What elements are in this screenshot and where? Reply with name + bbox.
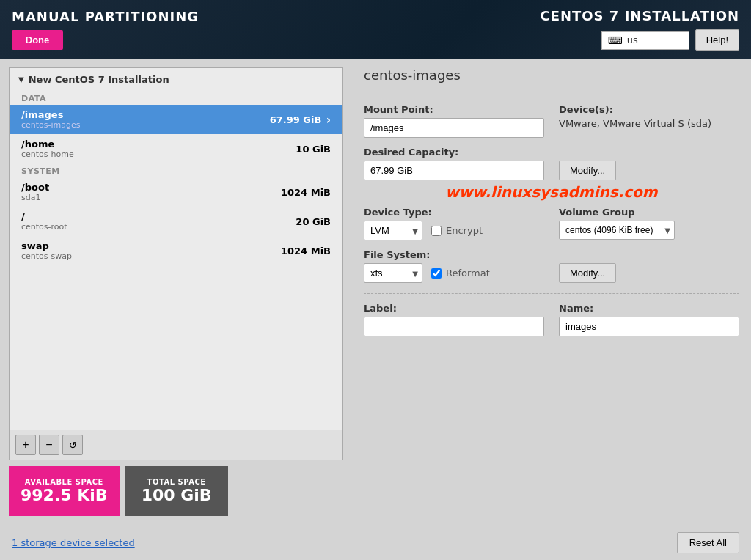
installation-header: ▼ New CentOS 7 Installation bbox=[10, 68, 342, 91]
total-space-label: TOTAL SPACE bbox=[147, 478, 206, 486]
modify-button[interactable]: Modify... bbox=[559, 161, 616, 180]
partition-size-home: 10 GiB bbox=[296, 144, 331, 155]
partition-size-boot: 1024 MiB bbox=[281, 187, 331, 198]
modify-button-wrapper: Modify... bbox=[559, 147, 739, 180]
dashed-divider bbox=[364, 293, 739, 294]
modify2-button[interactable]: Modify... bbox=[559, 263, 616, 283]
watermark: www.linuxsysadmins.com bbox=[364, 183, 739, 201]
keyboard-icon: ⌨ bbox=[608, 34, 623, 46]
name-label: Name: bbox=[559, 303, 739, 314]
available-space-box: AVAILABLE SPACE 992.5 KiB bbox=[9, 466, 120, 516]
total-space-box: TOTAL SPACE 100 GiB bbox=[125, 466, 228, 516]
partition-size-images: 67.99 GiB › bbox=[270, 113, 331, 127]
partition-info-swap: swap centos-swap bbox=[21, 240, 72, 261]
partition-item-swap[interactable]: swap centos-swap 1024 MiB bbox=[10, 236, 342, 265]
fs-controls: xfs ▼ Reformat bbox=[364, 263, 544, 283]
device-field: Device(s): VMware, VMware Virtual S (sda… bbox=[559, 104, 739, 138]
partition-name-images: /images bbox=[21, 109, 81, 120]
header-left: MANUAL PARTITIONING Done bbox=[12, 9, 199, 50]
reset-partition-button[interactable]: ↺ bbox=[62, 435, 83, 455]
encrypt-checkbox[interactable] bbox=[431, 226, 442, 236]
encrypt-row: Encrypt bbox=[431, 225, 483, 236]
file-system-field: File System: xfs ▼ Reformat bbox=[364, 249, 544, 283]
partition-info-images: /images centos-images bbox=[21, 109, 81, 130]
volume-group-field: Volume Group centos (4096 KiB free) ▼ bbox=[559, 207, 739, 240]
partition-subtitle-images: centos-images bbox=[21, 120, 81, 130]
device-type-select[interactable]: LVM bbox=[364, 221, 422, 240]
header: MANUAL PARTITIONING Done CENTOS 7 INSTAL… bbox=[0, 0, 751, 59]
partition-item-root[interactable]: / centos-root 20 GiB bbox=[10, 207, 342, 236]
main-content: ▼ New CentOS 7 Installation DATA /images… bbox=[0, 59, 751, 525]
available-space-value: 992.5 KiB bbox=[21, 486, 108, 504]
mount-point-input[interactable] bbox=[364, 118, 544, 138]
size-value-root: 20 GiB bbox=[296, 216, 331, 227]
partition-item-boot[interactable]: /boot sda1 1024 MiB bbox=[10, 177, 342, 207]
name-input[interactable] bbox=[559, 317, 739, 336]
right-panel: centos-images Mount Point: Device(s): VM… bbox=[352, 59, 751, 525]
partition-name-swap: swap bbox=[21, 240, 72, 251]
partition-size-root: 20 GiB bbox=[296, 216, 331, 227]
partition-item-images[interactable]: /images centos-images 67.99 GiB › bbox=[10, 105, 342, 134]
fs-select[interactable]: xfs bbox=[364, 263, 422, 283]
header-controls: ⌨ us Help! bbox=[601, 29, 739, 51]
reset-all-button[interactable]: Reset All bbox=[677, 532, 739, 553]
mount-point-label: Mount Point: bbox=[364, 104, 544, 115]
encrypt-label: Encrypt bbox=[446, 225, 483, 236]
volume-group-label: Volume Group bbox=[559, 207, 739, 218]
add-partition-button[interactable]: + bbox=[15, 435, 36, 455]
size-value-boot: 1024 MiB bbox=[281, 187, 331, 198]
reformat-checkbox[interactable] bbox=[431, 268, 442, 279]
partition-name-root: / bbox=[21, 211, 67, 222]
partition-subtitle-root: centos-root bbox=[21, 222, 67, 232]
space-info: AVAILABLE SPACE 992.5 KiB TOTAL SPACE 10… bbox=[9, 466, 343, 516]
right-panel-title: centos-images bbox=[364, 67, 739, 83]
partition-item-home[interactable]: /home centos-home 10 GiB bbox=[10, 134, 342, 163]
reformat-label: Reformat bbox=[446, 268, 490, 279]
file-system-label: File System: bbox=[364, 249, 544, 260]
footer: 1 storage device selected Reset All bbox=[0, 525, 751, 560]
top-divider bbox=[364, 95, 739, 95]
total-space-value: 100 GiB bbox=[142, 486, 212, 504]
partition-info-boot: /boot sda1 bbox=[21, 182, 49, 202]
keyboard-layout-selector[interactable]: ⌨ us bbox=[601, 31, 689, 50]
partition-info-home: /home centos-home bbox=[21, 139, 74, 159]
mount-point-field: Mount Point: bbox=[364, 104, 544, 138]
fs-select-wrapper: xfs ▼ bbox=[364, 263, 422, 283]
modify2-button-wrapper: Modify... bbox=[559, 249, 739, 283]
done-button[interactable]: Done bbox=[12, 30, 63, 50]
page-title: MANUAL PARTITIONING bbox=[12, 9, 199, 24]
desired-capacity-input[interactable] bbox=[364, 161, 544, 180]
size-value-home: 10 GiB bbox=[296, 144, 331, 155]
device-type-field: Device Type: LVM ▼ Encrypt bbox=[364, 207, 544, 240]
help-button[interactable]: Help! bbox=[695, 29, 739, 51]
partition-info-root: / centos-root bbox=[21, 211, 67, 232]
partition-subtitle-boot: sda1 bbox=[21, 193, 49, 202]
device-label: Device(s): bbox=[559, 104, 739, 115]
device-type-select-wrapper: LVM ▼ bbox=[364, 221, 422, 240]
capacity-modify-row: Desired Capacity: Modify... bbox=[364, 147, 739, 180]
size-value-swap: 1024 MiB bbox=[281, 246, 331, 257]
fs-row: File System: xfs ▼ Reformat bbox=[364, 249, 739, 283]
partition-name-boot: /boot bbox=[21, 182, 49, 193]
vg-select-wrapper: centos (4096 KiB free) ▼ bbox=[559, 221, 675, 240]
label-name-row: Label: Name: bbox=[364, 303, 739, 336]
keyboard-layout-label: us bbox=[627, 34, 638, 45]
chevron-right-icon: › bbox=[326, 113, 331, 127]
device-type-controls: LVM ▼ Encrypt bbox=[364, 221, 544, 240]
remove-partition-button[interactable]: − bbox=[39, 435, 59, 455]
volume-group-controls: centos (4096 KiB free) ▼ bbox=[559, 221, 739, 240]
partition-toolbar: + − ↺ bbox=[10, 430, 342, 460]
section-system-label: SYSTEM bbox=[10, 163, 342, 177]
label-field: Label: bbox=[364, 303, 544, 336]
partition-subtitle-swap: centos-swap bbox=[21, 251, 72, 261]
left-panel: ▼ New CentOS 7 Installation DATA /images… bbox=[0, 59, 352, 525]
partition-name-home: /home bbox=[21, 139, 74, 150]
storage-device-link[interactable]: 1 storage device selected bbox=[12, 537, 135, 548]
volume-group-select[interactable]: centos (4096 KiB free) bbox=[559, 221, 675, 240]
device-vg-row: Device Type: LVM ▼ Encrypt bbox=[364, 207, 739, 240]
desired-capacity-field: Desired Capacity: bbox=[364, 147, 544, 180]
section-data-label: DATA bbox=[10, 91, 342, 105]
label-input[interactable] bbox=[364, 317, 544, 336]
header-right: CENTOS 7 INSTALLATION ⌨ us Help! bbox=[540, 8, 739, 51]
reformat-row: Reformat bbox=[431, 268, 490, 279]
